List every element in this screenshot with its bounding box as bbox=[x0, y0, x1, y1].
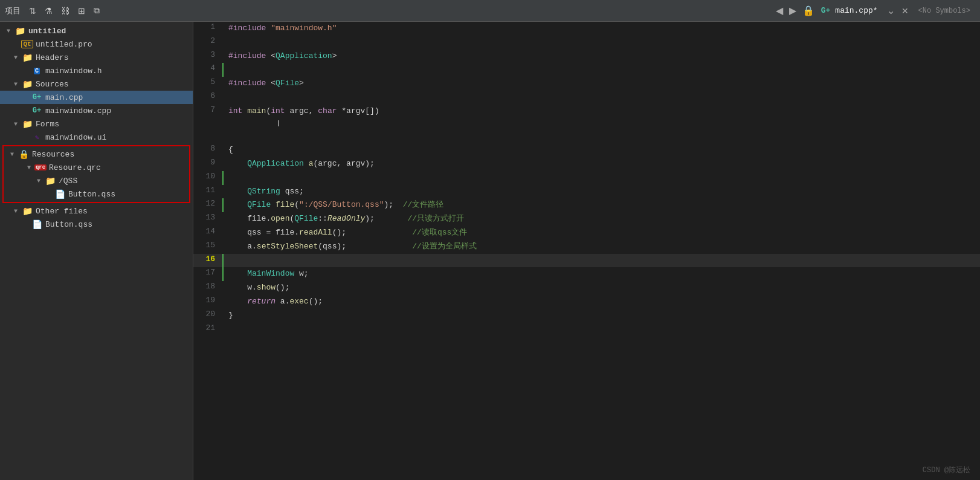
folder-sources-icon: 📁 bbox=[22, 79, 33, 89]
line-num-8: 8 bbox=[193, 143, 224, 157]
code-editor[interactable]: 1 #include "mainwindow.h" 2 3 #include <… bbox=[193, 22, 980, 480]
arrow-sources bbox=[12, 80, 19, 88]
label-button-qss: Button.qss bbox=[45, 220, 92, 229]
line-content-16 bbox=[224, 254, 980, 268]
label-headers: Headers bbox=[36, 53, 69, 62]
line-num-6: 6 bbox=[193, 91, 224, 105]
ui-file-icon: ✎ bbox=[31, 132, 42, 142]
code-lines: 1 #include "mainwindow.h" 2 3 #include <… bbox=[193, 22, 980, 336]
sidebar-item-resoure-qrc[interactable]: qrc Resoure.qrc bbox=[4, 161, 189, 174]
project-title: 项目 bbox=[5, 5, 21, 16]
code-line-11: 11 QString qss; bbox=[193, 185, 980, 199]
line-num-13: 13 bbox=[193, 212, 224, 226]
tab-dropdown-button[interactable]: ⌄ bbox=[885, 4, 897, 18]
top-toolbar: 项目 ⇅ ⚗ ⛓ ⊞ ⧉ ◀ ▶ 🔒 G+ main.cpp* ⌄ ✕ <No … bbox=[0, 0, 980, 22]
line-num-20: 20 bbox=[193, 309, 224, 323]
link-button[interactable]: ⛓ bbox=[59, 5, 72, 17]
line-content-3: #include <QApplication> bbox=[224, 50, 980, 63]
sidebar-item-main-cpp[interactable]: G+ main.cpp bbox=[0, 91, 193, 104]
sidebar-item-untitled-pro[interactable]: Qt untitled.pro bbox=[0, 37, 193, 51]
tab-navigation: ◀ ▶ 🔒 G+ main.cpp* ⌄ ✕ <No Symbols> bbox=[769, 4, 975, 18]
code-line-15: 15 a.setStyleSheet(qss); //设置为全局样式 bbox=[193, 240, 980, 254]
sidebar-item-button-qss-res[interactable]: 📄 Button.qss bbox=[4, 187, 189, 201]
line-content-11: QString qss; bbox=[224, 185, 980, 199]
line-num-21: 21 bbox=[193, 323, 224, 337]
resources-highlighted-region: 🔒 Resources qrc Resoure.qrc 📁 /QSS bbox=[2, 145, 190, 203]
line-num-5: 5 bbox=[193, 77, 224, 91]
folder-other-icon: 📁 bbox=[22, 206, 33, 216]
line-content-9: QApplication a(argc, argv); bbox=[224, 157, 980, 171]
sidebar-item-button-qss[interactable]: 📄 Button.qss bbox=[0, 218, 193, 231]
sidebar-item-mainwindow-cpp[interactable]: G+ mainwindow.cpp bbox=[0, 104, 193, 117]
sidebar-item-qss-folder[interactable]: 📁 /QSS bbox=[4, 174, 189, 187]
arrow-mwh bbox=[22, 67, 29, 74]
sidebar-item-other-files[interactable]: 📁 Other files bbox=[0, 204, 193, 218]
label-mainwindow-cpp: mainwindow.cpp bbox=[45, 106, 111, 115]
collapse-button[interactable]: ⧉ bbox=[91, 4, 102, 17]
tab-close-button[interactable]: ✕ bbox=[899, 5, 911, 17]
qss-plain-icon: 📄 bbox=[31, 219, 42, 229]
arrow-untitled bbox=[5, 27, 12, 34]
line-content-6 bbox=[224, 91, 980, 105]
line-num-18: 18 bbox=[193, 281, 224, 295]
folder-untitled-icon: 📁 bbox=[15, 26, 25, 36]
sidebar-item-mainwindow-ui[interactable]: ✎ mainwindow.ui bbox=[0, 131, 193, 144]
line-content-10 bbox=[224, 171, 980, 185]
sidebar-item-untitled[interactable]: 📁 untitled bbox=[0, 24, 193, 37]
line-num-10: 10 bbox=[193, 171, 224, 185]
folder-headers-icon: 📁 bbox=[22, 53, 33, 62]
line-content-19: return a.exec(); bbox=[224, 295, 980, 309]
back-nav-button[interactable]: ◀ bbox=[774, 4, 785, 18]
arrow-headers bbox=[12, 54, 19, 61]
code-line-16: 16 bbox=[193, 254, 980, 268]
line-num-16: 16 bbox=[193, 254, 224, 268]
folder-qss-icon: 📁 bbox=[45, 176, 56, 186]
code-line-21: 21 bbox=[193, 323, 980, 337]
line-num-17: 17 bbox=[193, 267, 224, 281]
line-content-15: a.setStyleSheet(qss); //设置为全局样式 bbox=[224, 240, 980, 254]
code-line-12: 12 QFile file(":/QSS/Button.qss"); //文件路… bbox=[193, 198, 980, 212]
code-line-5: 5 #include <QFile> bbox=[193, 77, 980, 91]
line-num-15: 15 bbox=[193, 240, 224, 254]
label-sources: Sources bbox=[36, 80, 69, 89]
line-content-21 bbox=[224, 323, 980, 337]
arrow-resources bbox=[8, 151, 16, 158]
code-line-17: 17 MainWindow w; bbox=[193, 267, 980, 281]
label-qss-folder: /QSS bbox=[59, 177, 77, 186]
line-num-1: 1 bbox=[193, 22, 224, 36]
label-mainwindow-h: mainwindow.h bbox=[45, 66, 102, 76]
line-content-13: file.open(QFile::ReadOnly); //只读方式打开 bbox=[224, 212, 980, 226]
filter-button[interactable]: ⚗ bbox=[42, 5, 55, 17]
lock-button[interactable]: 🔒 bbox=[801, 4, 816, 18]
qss-res-file-icon: 📄 bbox=[54, 189, 65, 199]
folder-forms-icon: 📁 bbox=[22, 119, 33, 129]
cpp-main-icon: G+ bbox=[31, 92, 42, 102]
line-num-2: 2 bbox=[193, 36, 224, 50]
sidebar-item-sources[interactable]: 📁 Sources bbox=[0, 77, 193, 91]
arrow-qrc bbox=[25, 164, 33, 171]
arrow-pro bbox=[12, 41, 19, 48]
line-content-20: } bbox=[224, 309, 980, 323]
sidebar-item-mainwindow-h[interactable]: C mainwindow.h bbox=[0, 64, 193, 77]
label-mainwindow-ui: mainwindow.ui bbox=[45, 133, 106, 142]
line-content-7: int main(int argc, char *argv[]) bbox=[224, 105, 980, 143]
sidebar-item-forms[interactable]: 📁 Forms bbox=[0, 117, 193, 131]
arrow-other bbox=[12, 207, 19, 215]
code-line-10: 10 bbox=[193, 171, 980, 185]
sort-button[interactable]: ⇅ bbox=[27, 5, 39, 17]
line-content-17: MainWindow w; bbox=[224, 267, 980, 281]
cpp-file-icon: G+ bbox=[821, 6, 831, 15]
forward-nav-button[interactable]: ▶ bbox=[787, 4, 798, 18]
line-content-5: #include <QFile> bbox=[224, 77, 980, 91]
sidebar-item-headers[interactable]: 📁 Headers bbox=[0, 51, 193, 64]
label-untitled-pro: untitled.pro bbox=[36, 40, 92, 49]
arrow-btn-qss bbox=[22, 221, 29, 228]
sidebar: 📁 untitled Qt untitled.pro 📁 Headers C m… bbox=[0, 22, 193, 480]
code-line-6: 6 bbox=[193, 91, 980, 105]
line-content-4 bbox=[224, 63, 980, 77]
sidebar-item-resources[interactable]: 🔒 Resources bbox=[4, 148, 189, 161]
watermark: CSDN @陈远松 bbox=[923, 465, 970, 475]
code-line-4: 4 bbox=[193, 63, 980, 77]
add-button[interactable]: ⊞ bbox=[76, 5, 88, 17]
line-content-18: w.show(); bbox=[224, 281, 980, 295]
